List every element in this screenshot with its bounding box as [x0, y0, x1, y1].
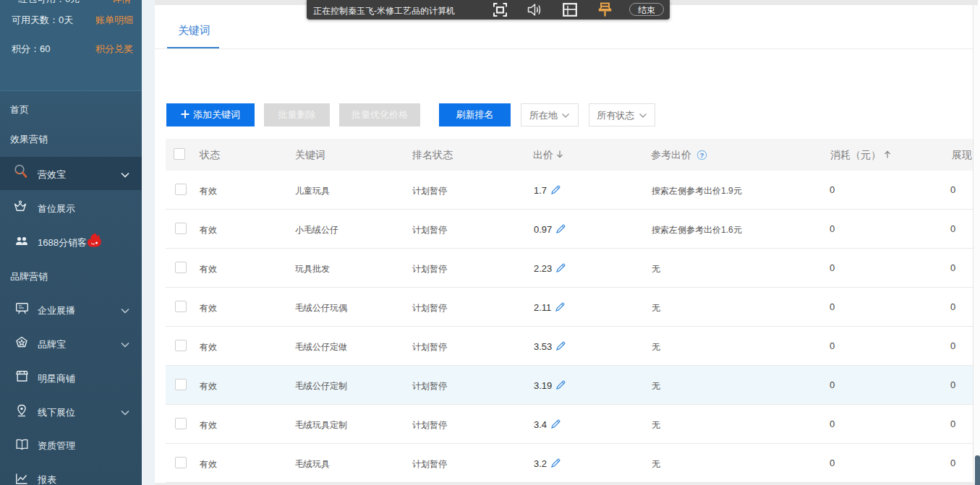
svg-text:?: ? [699, 151, 704, 159]
